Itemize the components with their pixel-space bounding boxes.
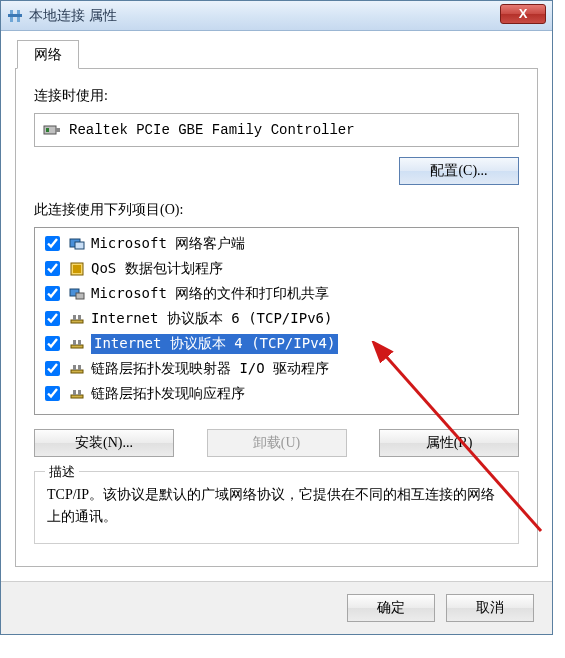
svg-rect-22 [73, 390, 76, 395]
svg-rect-16 [73, 340, 76, 345]
svg-rect-2 [8, 14, 22, 17]
configure-button[interactable]: 配置(C)... [399, 157, 519, 185]
description-title: 描述 [45, 463, 79, 481]
fileshare-icon [69, 286, 85, 302]
tab-strip: 网络 [15, 41, 538, 69]
client-icon [69, 236, 85, 252]
client-area: 网络 连接时使用: Realtek PCIe GBE Family Contro… [1, 31, 552, 581]
uninstall-button[interactable]: 卸载(U) [207, 429, 347, 457]
item-label: QoS 数据包计划程序 [91, 260, 223, 278]
protocol-icon [69, 361, 85, 377]
svg-rect-5 [56, 128, 60, 132]
item-label: Microsoft 网络的文件和打印机共享 [91, 285, 329, 303]
svg-rect-23 [78, 390, 81, 395]
svg-rect-15 [71, 345, 83, 348]
svg-rect-13 [73, 315, 76, 320]
nic-icon [43, 121, 61, 139]
list-item[interactable]: Microsoft 网络客户端 [35, 231, 518, 256]
cancel-button[interactable]: 取消 [446, 594, 534, 622]
protocol-icon [69, 336, 85, 352]
item-label: 链路层拓扑发现映射器 I/O 驱动程序 [91, 360, 329, 378]
tab-network[interactable]: 网络 [17, 40, 79, 69]
list-item[interactable]: 链路层拓扑发现映射器 I/O 驱动程序 [35, 356, 518, 381]
svg-rect-18 [71, 370, 83, 373]
titlebar: 本地连接 属性 X [1, 1, 552, 31]
list-item[interactable]: Internet 协议版本 6 (TCP/IPv6) [35, 306, 518, 331]
svg-rect-14 [78, 315, 81, 320]
qos-icon [69, 261, 85, 277]
svg-rect-20 [78, 365, 81, 370]
item-label: 链路层拓扑发现响应程序 [91, 385, 245, 403]
window-title: 本地连接 属性 [29, 7, 117, 25]
svg-rect-7 [75, 242, 84, 249]
protocol-icon [69, 386, 85, 402]
svg-rect-19 [73, 365, 76, 370]
adapter-name: Realtek PCIe GBE Family Controller [69, 122, 355, 138]
item-label: Internet 协议版本 4 (TCP/IPv4) [91, 334, 338, 354]
description-group: 描述 TCP/IP。该协议是默认的广域网络协议，它提供在不同的相互连接的网络上的… [34, 471, 519, 544]
item-checkbox[interactable] [45, 261, 60, 276]
item-checkbox[interactable] [45, 386, 60, 401]
protocol-icon [69, 311, 85, 327]
components-list[interactable]: Microsoft 网络客户端QoS 数据包计划程序Microsoft 网络的文… [34, 227, 519, 415]
items-label: 此连接使用下列项目(O): [34, 201, 519, 219]
item-checkbox[interactable] [45, 311, 60, 326]
svg-rect-4 [46, 128, 49, 132]
properties-button[interactable]: 属性(R) [379, 429, 519, 457]
item-checkbox[interactable] [45, 336, 60, 351]
adapter-box: Realtek PCIe GBE Family Controller [34, 113, 519, 147]
close-button[interactable]: X [500, 4, 546, 24]
item-checkbox[interactable] [45, 236, 60, 251]
dialog-footer: 确定 取消 [1, 581, 552, 634]
list-item[interactable]: 链路层拓扑发现响应程序 [35, 381, 518, 406]
svg-rect-9 [73, 265, 81, 273]
item-label: Microsoft 网络客户端 [91, 235, 245, 253]
svg-rect-21 [71, 395, 83, 398]
ok-button[interactable]: 确定 [347, 594, 435, 622]
item-checkbox[interactable] [45, 286, 60, 301]
item-checkbox[interactable] [45, 361, 60, 376]
properties-dialog: 本地连接 属性 X 网络 连接时使用: Realtek PCIe GBE Fam… [0, 0, 553, 635]
list-item[interactable]: Internet 协议版本 4 (TCP/IPv4) [35, 331, 518, 356]
button-row: 安装(N)... 卸载(U) 属性(R) [34, 429, 519, 457]
item-label: Internet 协议版本 6 (TCP/IPv6) [91, 310, 332, 328]
svg-rect-17 [78, 340, 81, 345]
window-icon [7, 8, 23, 24]
svg-rect-11 [76, 293, 84, 299]
description-body: TCP/IP。该协议是默认的广域网络协议，它提供在不同的相互连接的网络上的通讯。 [47, 484, 506, 529]
list-item[interactable]: QoS 数据包计划程序 [35, 256, 518, 281]
tab-panel: 连接时使用: Realtek PCIe GBE Family Controlle… [15, 69, 538, 567]
svg-rect-12 [71, 320, 83, 323]
svg-rect-3 [44, 126, 56, 134]
install-button[interactable]: 安装(N)... [34, 429, 174, 457]
list-item[interactable]: Microsoft 网络的文件和打印机共享 [35, 281, 518, 306]
connect-using-label: 连接时使用: [34, 87, 519, 105]
